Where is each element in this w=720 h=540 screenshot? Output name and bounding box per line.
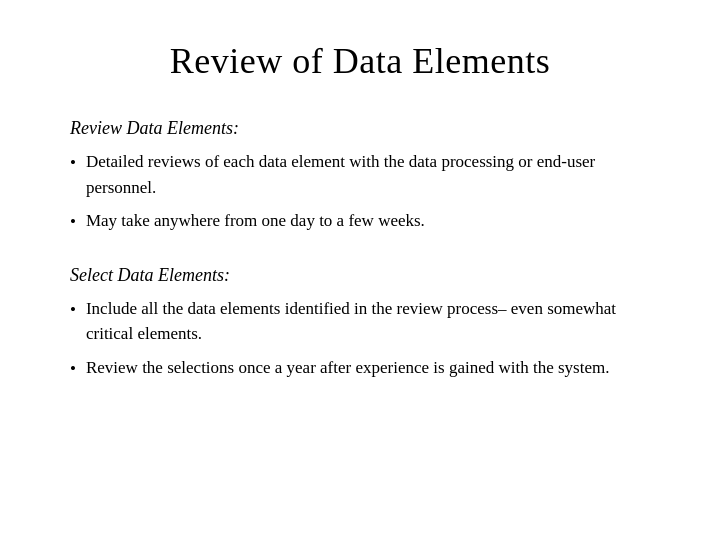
- bullet-dot-icon: •: [70, 150, 76, 176]
- bullet-text: Include all the data elements identified…: [86, 296, 650, 347]
- list-item: • Include all the data elements identifi…: [70, 296, 650, 347]
- list-item: • May take anywhere from one day to a fe…: [70, 208, 650, 235]
- section2-bullet-list: • Include all the data elements identifi…: [70, 296, 650, 382]
- bullet-dot-icon: •: [70, 356, 76, 382]
- slide: Review of Data Elements Review Data Elem…: [0, 0, 720, 540]
- section1-block: Review Data Elements: • Detailed reviews…: [70, 118, 650, 251]
- bullet-text: Detailed reviews of each data element wi…: [86, 149, 650, 200]
- slide-title: Review of Data Elements: [70, 40, 650, 82]
- bullet-dot-icon: •: [70, 209, 76, 235]
- section1-bullet-list: • Detailed reviews of each data element …: [70, 149, 650, 235]
- bullet-text: Review the selections once a year after …: [86, 355, 650, 381]
- section2-heading: Select Data Elements:: [70, 265, 650, 286]
- list-item: • Review the selections once a year afte…: [70, 355, 650, 382]
- bullet-text: May take anywhere from one day to a few …: [86, 208, 650, 234]
- section1-heading: Review Data Elements:: [70, 118, 650, 139]
- list-item: • Detailed reviews of each data element …: [70, 149, 650, 200]
- section2-block: Select Data Elements: • Include all the …: [70, 265, 650, 398]
- bullet-dot-icon: •: [70, 297, 76, 323]
